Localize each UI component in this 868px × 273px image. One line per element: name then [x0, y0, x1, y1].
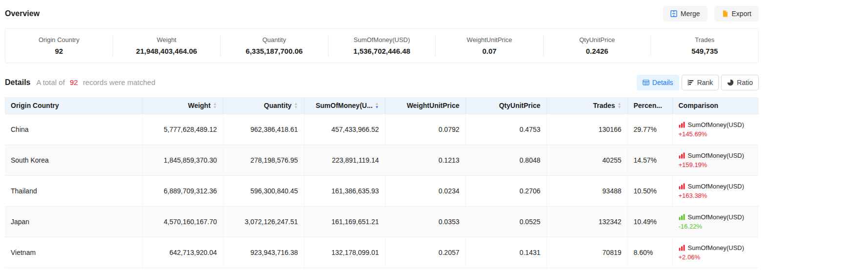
column-header-percent: Percen...	[627, 97, 672, 114]
cell-comparison: SumOfMoney(USD) +145.69%	[672, 114, 759, 145]
table-row[interactable]: Japan 4,570,160,167.70 3,072,126,247.51 …	[5, 207, 759, 237]
summary-suffix: records were matched	[83, 78, 155, 86]
table-icon	[643, 79, 649, 86]
cell-quantity: 3,072,126,247.51	[223, 207, 304, 237]
stat-qty-unit-price: QtyUnitPrice 0.2426	[544, 35, 651, 56]
top-actions: Merge Export	[663, 6, 759, 21]
cell-weight: 642,713,920.04	[142, 237, 223, 268]
cell-percent: 8.60%	[627, 237, 672, 268]
column-header-qty-unit-price: QtyUnitPrice	[465, 97, 546, 114]
cell-weight: 5,777,628,489.12	[142, 114, 223, 145]
bar-chart-icon	[679, 214, 685, 220]
topbar: Overview Merge Export	[5, 6, 759, 21]
comparison-change: +159.19%	[679, 161, 753, 168]
cell-comparison: SumOfMoney(USD) +2.06%	[672, 237, 759, 268]
column-label: QtyUnitPrice	[499, 102, 541, 109]
table-row[interactable]: South Korea 1,845,859,370.30 278,198,576…	[5, 145, 759, 176]
table-header-row: Origin Country Weight ▲ ▼ Quantity	[5, 97, 759, 114]
sorter-quantity[interactable]: ▲ ▼	[294, 102, 298, 109]
cell-origin-country: Japan	[5, 207, 142, 237]
cell-weight-unit-price: 0.0234	[385, 176, 465, 207]
cell-trades: 70819	[546, 237, 627, 268]
bar-chart-icon	[679, 183, 685, 189]
stat-value: 1,536,702,446.48	[332, 47, 432, 55]
cell-percent: 10.49%	[627, 207, 672, 237]
column-header-weight[interactable]: Weight ▲ ▼	[142, 97, 223, 114]
merge-icon	[670, 10, 677, 17]
cell-quantity: 596,300,840.45	[223, 176, 304, 207]
cell-trades: 93488	[546, 176, 627, 207]
cell-quantity: 962,386,418.61	[223, 114, 304, 145]
cell-origin-country: South Korea	[5, 145, 142, 176]
page: Overview Merge Export	[0, 0, 764, 268]
stat-label: Origin Country	[9, 36, 109, 43]
column-label: SumOfMoney(U...	[316, 102, 373, 109]
stat-value: 21,948,403,464.06	[117, 47, 217, 55]
comparison-change: +145.69%	[679, 130, 753, 138]
view-button-label: Rank	[697, 79, 713, 86]
cell-percent: 14.57%	[627, 145, 672, 176]
table-row[interactable]: Vietnam 642,713,920.04 923,943,716.38 13…	[5, 237, 759, 268]
stat-value: 549,735	[655, 47, 754, 55]
cell-percent: 29.77%	[627, 114, 672, 145]
summary-prefix: A total of	[36, 78, 64, 86]
column-header-comparison: Comparison	[672, 97, 759, 114]
comparison-metric: SumOfMoney(USD)	[688, 183, 745, 190]
merge-button[interactable]: Merge	[663, 6, 707, 21]
column-header-quantity[interactable]: Quantity ▲ ▼	[223, 97, 304, 114]
table-row[interactable]: China 5,777,628,489.12 962,386,418.61 45…	[5, 114, 759, 145]
stat-label: WeightUnitPrice	[440, 36, 539, 43]
table-row[interactable]: Thailand 6,889,709,312.36 596,300,840.45…	[5, 176, 759, 207]
comparison-change: +163.38%	[679, 192, 753, 199]
matched-count: 92	[70, 78, 78, 86]
view-button-details[interactable]: Details	[637, 75, 679, 90]
stat-weight-unit-price: WeightUnitPrice 0.07	[436, 35, 544, 56]
stat-value: 92	[9, 47, 109, 55]
comparison-metric: SumOfMoney(USD)	[688, 213, 745, 221]
caret-down-icon: ▼	[294, 105, 298, 109]
column-header-weight-unit-price: WeightUnitPrice	[385, 97, 465, 114]
cell-trades: 132342	[546, 207, 627, 237]
column-label: Comparison	[679, 102, 719, 109]
comparison-change: +2.06%	[679, 253, 753, 261]
cell-qty-unit-price: 0.1431	[465, 237, 546, 268]
stat-origin-country: Origin Country 92	[5, 35, 113, 56]
comparison-metric: SumOfMoney(USD)	[688, 152, 745, 159]
cell-sum-of-money: 132,178,099.01	[304, 237, 385, 268]
page-title: Overview	[5, 9, 40, 18]
bar-chart-icon	[679, 122, 685, 128]
sorter-trades[interactable]: ▲ ▼	[618, 102, 622, 109]
cell-origin-country: Thailand	[5, 176, 142, 207]
column-header-sum-of-money[interactable]: SumOfMoney(U... ▲ ▼	[304, 97, 385, 114]
stat-value: 0.07	[440, 47, 539, 55]
export-button[interactable]: Export	[714, 6, 759, 21]
view-button-label: Details	[652, 79, 673, 86]
column-header-trades[interactable]: Trades ▲ ▼	[546, 97, 627, 114]
cell-weight-unit-price: 0.0792	[385, 114, 465, 145]
bar-chart-icon	[679, 245, 685, 251]
column-label: Quantity	[264, 102, 292, 109]
column-label: Percen...	[634, 102, 662, 109]
column-header-origin-country: Origin Country	[5, 97, 142, 114]
stat-quantity: Quantity 6,335,187,700.06	[221, 35, 328, 56]
cell-qty-unit-price: 0.2706	[465, 176, 546, 207]
stat-value: 0.2426	[547, 47, 647, 55]
details-summary: A total of 92 records were matched	[36, 78, 155, 86]
cell-qty-unit-price: 0.8048	[465, 145, 546, 176]
view-switcher: Details Rank	[637, 75, 759, 90]
sorter-weight[interactable]: ▲ ▼	[213, 102, 217, 109]
comparison-change: -16.22%	[679, 223, 753, 230]
stat-label: SumOfMoney(USD)	[332, 36, 432, 43]
view-button-label: Ratio	[737, 79, 753, 86]
details-heading: Details A total of 92 records were match…	[5, 78, 155, 87]
cell-weight-unit-price: 0.1213	[385, 145, 465, 176]
cell-comparison: SumOfMoney(USD) -16.22%	[672, 207, 759, 237]
cell-percent: 10.50%	[627, 176, 672, 207]
cell-trades: 130166	[546, 114, 627, 145]
cell-comparison: SumOfMoney(USD) +159.19%	[672, 145, 759, 176]
pie-chart-icon	[727, 79, 734, 86]
sorter-sum-of-money[interactable]: ▲ ▼	[375, 102, 379, 109]
view-button-ratio[interactable]: Ratio	[721, 75, 759, 90]
view-button-rank[interactable]: Rank	[682, 75, 719, 90]
cell-weight-unit-price: 0.2057	[385, 237, 465, 268]
